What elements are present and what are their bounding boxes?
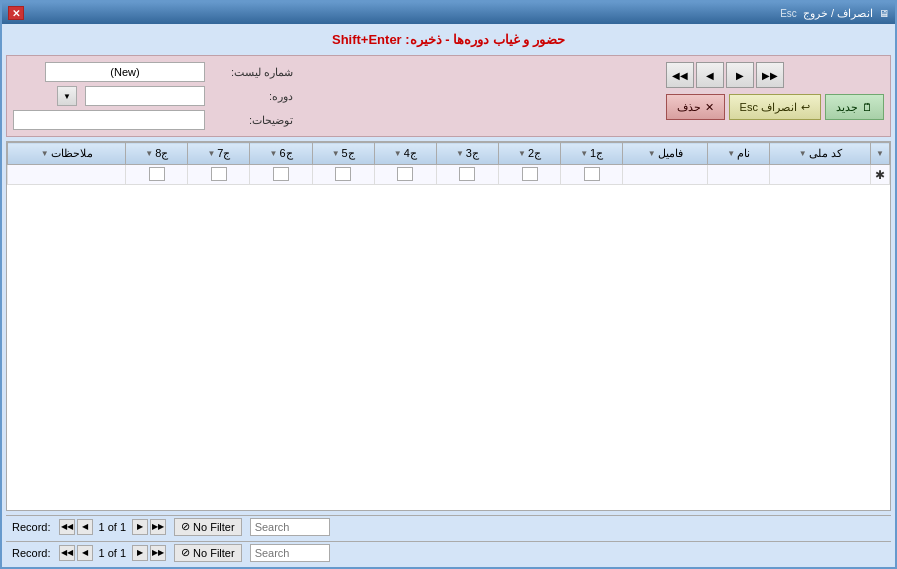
search-input-2[interactable]: [250, 544, 330, 562]
th-j3[interactable]: ج3▼: [436, 143, 498, 165]
window-body: حضور و غیاب دوره‌ها - ذخیره: Shift+Enter…: [2, 24, 895, 567]
filter-icon-1: ⊘: [181, 520, 190, 533]
buttons-area: ◀◀ ◀ ▶ ▶▶ ✕ حذف ↩ انصراف Esc: [666, 62, 884, 120]
checkbox-j6[interactable]: [273, 167, 289, 181]
nav-buttons: ◀◀ ◀ ▶ ▶▶: [666, 62, 884, 88]
filter-icon-2: ⊘: [181, 546, 190, 559]
checkbox-j4[interactable]: [397, 167, 413, 181]
list-number-input[interactable]: [45, 62, 205, 82]
new-row-j8[interactable]: [126, 165, 188, 185]
new-row-name[interactable]: [708, 165, 770, 185]
new-icon: 🗒: [862, 101, 873, 113]
new-button[interactable]: 🗒 جدید: [825, 94, 884, 120]
description-input[interactable]: [13, 110, 205, 130]
prev-record-btn-2[interactable]: ◀: [77, 545, 93, 561]
checkbox-j8[interactable]: [149, 167, 165, 181]
new-row-national[interactable]: [770, 165, 871, 185]
th-name[interactable]: نام▼: [708, 143, 770, 165]
period-dropdown-button[interactable]: ▼: [57, 86, 77, 106]
next-record-btn-1[interactable]: ▶: [132, 519, 148, 535]
toolbar-form-section: ◀◀ ◀ ▶ ▶▶ ✕ حذف ↩ انصراف Esc: [6, 55, 891, 137]
new-row-j2[interactable]: [498, 165, 560, 185]
period-input[interactable]: [85, 86, 205, 106]
new-row-notes[interactable]: [8, 165, 126, 185]
cancel-icon: ↩: [801, 101, 810, 114]
th-j5[interactable]: ج5▼: [312, 143, 374, 165]
status-bar-2: Record: ◀◀ ◀ 1 of 1 ▶ ▶▶ ⊘ No Filter: [6, 541, 891, 563]
th-j6[interactable]: ج6▼: [250, 143, 312, 165]
record-label-1: Record:: [12, 521, 51, 533]
nav-last-button[interactable]: ▶▶: [756, 62, 784, 88]
new-row-j5[interactable]: [312, 165, 374, 185]
app-icon: 🖥: [879, 8, 889, 19]
new-row-j4[interactable]: [374, 165, 436, 185]
record-nav-2: ◀◀ ◀ 1 of 1 ▶ ▶▶: [59, 545, 167, 561]
checkbox-j5[interactable]: [335, 167, 351, 181]
search-input-1[interactable]: [250, 518, 330, 536]
nav-next-button[interactable]: ▶: [726, 62, 754, 88]
page-title: حضور و غیاب دوره‌ها - ذخیره: Shift+Enter: [6, 28, 891, 51]
title-bar-text: انصراف / خروج: [803, 7, 873, 20]
title-bar-left: 🖥 انصراف / خروج Esc: [780, 7, 889, 20]
next-record-btn-2[interactable]: ▶: [132, 545, 148, 561]
esc-label: Esc: [780, 8, 797, 19]
first-record-btn-1[interactable]: ◀◀: [59, 519, 75, 535]
th-family[interactable]: فامیل▼: [623, 143, 708, 165]
action-buttons: ✕ حذف ↩ انصراف Esc 🗒 جدید: [666, 94, 884, 120]
table-new-row: ✱: [8, 165, 890, 185]
title-bar: 🖥 انصراف / خروج Esc ✕: [2, 2, 895, 24]
description-row: توضیحات:: [13, 110, 293, 130]
no-filter-btn-2[interactable]: ⊘ No Filter: [174, 544, 242, 562]
last-record-btn-1[interactable]: ▶▶: [150, 519, 166, 535]
table-header-row: ▼ کد ملی▼ نام▼ فامیل▼ ج1▼ ج2▼ ج3▼ ج4▼ ج5…: [8, 143, 890, 165]
record-info-2: 1 of 1: [95, 547, 131, 559]
toolbar-main: ◀◀ ◀ ▶ ▶▶ ✕ حذف ↩ انصراف Esc: [13, 62, 884, 130]
status-bar-1: Record: ◀◀ ◀ 1 of 1 ▶ ▶▶ ⊘ No Filter: [6, 515, 891, 537]
nav-prev-button[interactable]: ◀: [696, 62, 724, 88]
period-row: دوره: ▼: [13, 86, 293, 106]
checkbox-j3[interactable]: [459, 167, 475, 181]
th-j4[interactable]: ج4▼: [374, 143, 436, 165]
data-table: ▼ کد ملی▼ نام▼ فامیل▼ ج1▼ ج2▼ ج3▼ ج4▼ ج5…: [7, 142, 890, 185]
th-j7[interactable]: ج7▼: [188, 143, 250, 165]
checkbox-j2[interactable]: [522, 167, 538, 181]
nav-first-button[interactable]: ◀◀: [666, 62, 694, 88]
last-record-btn-2[interactable]: ▶▶: [150, 545, 166, 561]
th-notes[interactable]: ملاحظات▼: [8, 143, 126, 165]
th-j8[interactable]: ج8▼: [126, 143, 188, 165]
new-row-j1[interactable]: [561, 165, 623, 185]
list-number-label: شماره لیست:: [213, 66, 293, 79]
cancel-button[interactable]: ↩ انصراف Esc: [729, 94, 821, 120]
no-filter-btn-1[interactable]: ⊘ No Filter: [174, 518, 242, 536]
close-btn[interactable]: ✕: [8, 6, 24, 20]
delete-button[interactable]: ✕ حذف: [666, 94, 725, 120]
delete-icon: ✕: [705, 101, 714, 114]
data-table-container: ▼ کد ملی▼ نام▼ فامیل▼ ج1▼ ج2▼ ج3▼ ج4▼ ج5…: [6, 141, 891, 511]
list-number-row: شماره لیست:: [13, 62, 293, 82]
th-indicator: ▼: [871, 143, 890, 165]
first-record-btn-2[interactable]: ◀◀: [59, 545, 75, 561]
record-label-2: Record:: [12, 547, 51, 559]
new-row-family[interactable]: [623, 165, 708, 185]
record-nav-1: ◀◀ ◀ 1 of 1 ▶ ▶▶: [59, 519, 167, 535]
checkbox-j1[interactable]: [584, 167, 600, 181]
checkbox-j7[interactable]: [211, 167, 227, 181]
new-row-j6[interactable]: [250, 165, 312, 185]
main-window: 🖥 انصراف / خروج Esc ✕ حضور و غیاب دوره‌ه…: [0, 0, 897, 569]
right-fields: شماره لیست: دوره: ▼ توضیحات:: [13, 62, 293, 130]
new-row-indicator: ✱: [871, 165, 890, 185]
th-national-id[interactable]: کد ملی▼: [770, 143, 871, 165]
th-j2[interactable]: ج2▼: [498, 143, 560, 165]
record-info-1: 1 of 1: [95, 521, 131, 533]
prev-record-btn-1[interactable]: ◀: [77, 519, 93, 535]
new-row-j3[interactable]: [436, 165, 498, 185]
new-row-j7[interactable]: [188, 165, 250, 185]
description-label: توضیحات:: [213, 114, 293, 127]
th-j1[interactable]: ج1▼: [561, 143, 623, 165]
period-label: دوره:: [213, 90, 293, 103]
